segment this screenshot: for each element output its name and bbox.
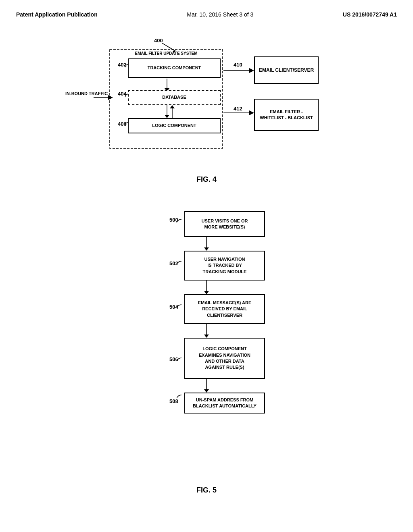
label-412: 412 bbox=[234, 106, 242, 112]
svg-line-0 bbox=[162, 43, 174, 50]
label-406-logic: 406 bbox=[118, 121, 127, 127]
svg-marker-6 bbox=[165, 115, 169, 118]
page-header: Patent Application Publication Mar. 10, … bbox=[0, 0, 413, 22]
box-step-504: EMAIL MESSAGE(S) ARERECEIVED BY EMAILCLI… bbox=[184, 294, 265, 324]
label-500: 500 bbox=[169, 217, 178, 223]
svg-marker-16 bbox=[204, 247, 209, 251]
fig5-section: USER VISITS ONE ORMORE WEBSITE(S) 500 US… bbox=[24, 208, 389, 495]
label-402: 402 bbox=[118, 62, 127, 68]
box-step-502: USER NAVIGATIONIS TRACKED BYTRACKING MOD… bbox=[184, 251, 265, 281]
label-410: 410 bbox=[234, 62, 242, 68]
svg-marker-20 bbox=[204, 335, 209, 338]
svg-marker-14 bbox=[249, 110, 254, 115]
label-404: 404 bbox=[118, 91, 127, 97]
header-center: Mar. 10, 2016 Sheet 3 of 3 bbox=[187, 11, 253, 18]
fig4-diagram: 400 bbox=[65, 34, 348, 171]
title-email-filter-update-system: EMAIL FILTER UPDATE SYSTEM bbox=[118, 51, 215, 56]
svg-marker-18 bbox=[204, 291, 209, 294]
box-email-filter: EMAIL FILTER - WHITELIST - BLACKLIST bbox=[254, 99, 319, 131]
box-email-client: EMAIL CLIENT/SERVER bbox=[254, 56, 319, 84]
box-step-506: LOGIC COMPONENTEXAMINES NAVIGATIONAND OT… bbox=[184, 338, 265, 379]
fig4-section: 400 bbox=[24, 34, 389, 184]
fig5-label: FIG. 5 bbox=[24, 486, 389, 495]
label-502: 502 bbox=[169, 260, 178, 266]
label-508: 508 bbox=[169, 398, 178, 404]
svg-marker-22 bbox=[204, 389, 209, 393]
svg-marker-8 bbox=[170, 105, 175, 108]
box-step-508: UN-SPAM ADDRESS FROMBLACKLIST AUTOMATICA… bbox=[184, 393, 265, 414]
inbound-traffic-label: IN-BOUND TRAFFIC bbox=[65, 91, 108, 97]
box-tracking-component: TRACKING COMPONENT bbox=[128, 58, 221, 78]
box-step-500: USER VISITS ONE ORMORE WEBSITE(S) bbox=[184, 211, 265, 237]
header-right: US 2016/0072749 A1 bbox=[343, 11, 397, 18]
svg-marker-12 bbox=[249, 68, 254, 73]
fig5-diagram: USER VISITS ONE ORMORE WEBSITE(S) 500 US… bbox=[122, 208, 291, 482]
main-content: 400 bbox=[0, 22, 413, 515]
box-logic-component: LOGIC COMPONENT bbox=[128, 118, 221, 133]
svg-marker-10 bbox=[108, 95, 113, 100]
fig4-label: FIG. 4 bbox=[24, 175, 389, 184]
label-504: 504 bbox=[169, 304, 178, 310]
label-506: 506 bbox=[169, 356, 178, 362]
label-400: 400 bbox=[154, 37, 163, 44]
box-database: DATABASE bbox=[128, 90, 221, 105]
header-left: Patent Application Publication bbox=[16, 11, 98, 18]
